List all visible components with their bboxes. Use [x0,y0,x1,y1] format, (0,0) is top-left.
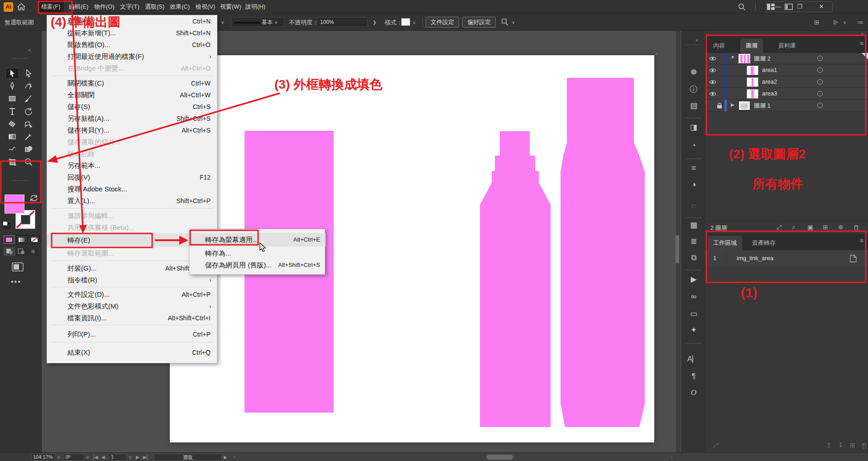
color-panel-icon[interactable]: ◨ [682,123,705,132]
actions-play-icon[interactable]: ▶ [682,275,705,284]
zoom-tool[interactable] [22,157,35,167]
new-sublayer-icon[interactable]: ⊞ [823,223,828,231]
transparency-panel-icon[interactable]: ◑ [682,180,705,189]
strip-grip[interactable] [686,217,701,218]
menu-item-scripts[interactable]: 指令檔(R)› [47,274,218,286]
draw-inside-mode-button[interactable] [27,247,39,256]
menu-item-close[interactable]: 關閉檔案(C)Ctrl+W [47,77,218,89]
menu-help[interactable]: 說明(H) [243,0,268,14]
search-icon[interactable] [738,3,746,11]
touch-workspace-icon[interactable]: ⊞ [814,19,820,26]
first-artboard-icon[interactable]: |◀ [93,454,98,461]
gradient-button[interactable] [16,235,27,244]
rotation-value[interactable]: 0º [63,454,84,461]
preferences-button[interactable]: 偏好設定 [462,17,496,28]
artboard-name[interactable]: img_link_area [737,255,773,261]
gradient-tool[interactable] [5,131,19,142]
menu-item-save[interactable]: 儲存(S)Ctrl+S [47,101,218,113]
color-guide-icon[interactable]: ◔ [682,141,705,150]
expand-panels-icon[interactable]: « [695,37,698,43]
width-tool[interactable] [5,144,19,155]
style-chevron-icon[interactable]: ∨ [412,20,416,25]
fill-color-button[interactable] [4,235,14,244]
menu-object[interactable]: 物件(O) [91,0,117,14]
previous-artboard-icon[interactable]: ◀ [101,454,105,461]
menu-edit[interactable]: 編輯(E) [66,0,91,14]
menu-item-place[interactable]: 置入(L)...Shift+Ctrl+P [47,195,218,207]
libraries-icon[interactable]: ✦ [682,326,705,335]
next-artboard-icon[interactable]: ▶ [136,454,139,461]
opentype-panel-icon[interactable]: O [682,388,705,397]
vertical-scrollbar[interactable] [676,31,681,452]
layer-target-circle[interactable] [817,91,823,96]
submenu-item-export-for-screens[interactable]: 轉存為螢幕適用...Alt+Ctrl+E [190,233,326,247]
selection-options-chevron-icon[interactable]: ∨ [512,20,515,25]
artboard-number-value[interactable]: 1 [109,454,127,461]
layer-thumbnail[interactable] [747,77,758,87]
make-mask-icon[interactable]: ⤢ [777,223,782,231]
document-setup-button[interactable]: 文件設定 [426,17,459,28]
panel-resize-icon[interactable]: ⤢ [713,442,718,449]
clipping-mask-icon[interactable]: ▣ [807,223,813,231]
asset-export-icon[interactable]: ▭ [682,309,705,318]
character-panel-icon[interactable]: A⎸ [682,355,705,364]
zoom-level-value[interactable]: 104.17% [31,454,55,461]
pathfinder-panel-icon[interactable]: ⧉ [682,253,705,262]
menu-item-save-as[interactable]: 另存新檔(A)...Shift+Ctrl+S [47,113,218,124]
visibility-eye-icon[interactable] [709,80,716,85]
rectangle-tool[interactable] [5,93,19,104]
stroke-profile-dropdown[interactable]: 基本 ∨ [231,17,284,27]
vertical-scrollbar-thumb[interactable] [676,235,679,263]
layer-target-circle[interactable] [817,67,823,73]
layer-name[interactable]: area3 [762,90,777,97]
visibility-eye-icon[interactable] [709,68,716,73]
curvature-tool[interactable] [22,81,35,91]
draw-normal-mode-button[interactable] [4,247,15,256]
shaper-tool[interactable] [22,119,35,129]
actions-icon[interactable]: ▤ [682,101,705,110]
tab-artboards[interactable]: 工作區域 [708,236,742,250]
selection-tool[interactable] [5,68,19,79]
artboard-row[interactable]: 1 img_link_area [705,250,868,267]
layer-row[interactable]: area2 [705,76,868,88]
fill-color-swatch[interactable] [5,195,24,214]
menu-type[interactable]: 文字(T) [117,0,142,14]
visibility-eye-icon[interactable] [709,91,716,96]
paragraph-panel-icon[interactable]: ¶ [682,372,705,381]
menu-window[interactable]: 視窗(W) [217,0,244,14]
rotation-chevron-icon[interactable]: ∨ [86,454,89,461]
last-artboard-icon[interactable]: ▶| [143,454,148,461]
screen-mode-icon[interactable] [12,262,24,271]
selection-options-icon[interactable] [502,19,510,27]
layer-target-circle[interactable] [817,103,823,108]
tab-libraries[interactable]: 資料庫 [773,38,801,53]
menu-view[interactable]: 檢視(V) [193,0,218,14]
lock-icon[interactable] [717,103,722,109]
new-artboard-icon[interactable]: ⊞ [850,442,855,449]
strip-grip[interactable] [686,158,701,159]
delete-artboard-icon[interactable] [862,443,867,449]
navigator-wheel-icon[interactable]: ☸ [682,68,705,77]
artboards-panel-menu-icon[interactable]: ≡ [860,237,863,244]
stroke-panel-icon[interactable]: ≡ [682,164,705,173]
swap-fill-stroke-icon[interactable] [29,194,39,203]
illustrator-logo-icon[interactable]: Ai [4,2,13,12]
menu-item-document-color-mode[interactable]: 文件色彩模式(M)› [47,300,218,312]
style-swatch[interactable] [401,18,410,26]
horizontal-scrollbar-thumb[interactable] [487,455,513,460]
layer-thumbnail[interactable] [747,89,758,99]
locate-object-icon[interactable]: ⌕ [792,223,796,231]
delete-layer-icon[interactable] [854,225,859,231]
layer-target-circle[interactable] [817,56,823,61]
layer-name[interactable]: area1 [762,67,777,73]
menu-item-save-as-template[interactable]: 另存範本... [47,160,218,171]
menu-item-open-recent[interactable]: 打開最近使用過的檔案(F)› [47,51,218,62]
default-fill-stroke-icon[interactable] [2,221,11,229]
move-up-icon[interactable]: ↥ [826,442,832,449]
toolbar-grip[interactable] [12,180,27,181]
align-panel-icon[interactable]: ≣ [682,237,705,246]
type-tool[interactable] [5,106,19,117]
menu-item-document-setup[interactable]: 文件設定(D)...Alt+Ctrl+P [47,289,218,300]
strip-grip[interactable] [686,44,701,45]
edit-toolbar-ellipsis-icon[interactable]: ••• [11,278,21,286]
